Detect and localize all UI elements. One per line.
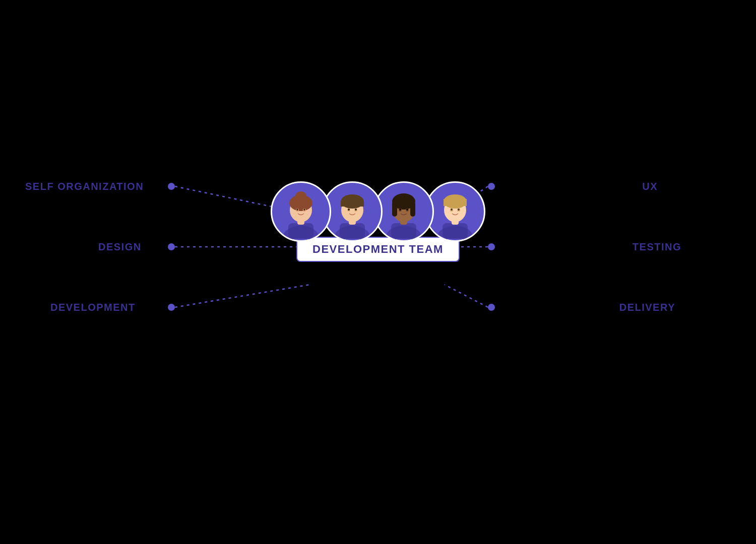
svg-point-6 [168, 183, 175, 190]
svg-point-22 [303, 209, 305, 211]
svg-point-11 [488, 304, 495, 311]
avatar-4 [425, 181, 485, 242]
svg-point-8 [168, 304, 175, 311]
svg-point-44 [399, 209, 401, 211]
svg-point-9 [488, 183, 495, 190]
development-team-label: DEVELOPMENT TEAM [296, 237, 460, 262]
svg-rect-36 [391, 223, 416, 238]
svg-point-56 [458, 209, 460, 211]
main-canvas: .dotted-line { stroke: #5b52c7; stroke-w… [0, 0, 756, 544]
svg-rect-14 [288, 223, 313, 238]
label-self-organization: SELF ORGANIZATION [25, 181, 144, 192]
svg-rect-29 [341, 201, 364, 207]
avatar-2 [322, 181, 383, 242]
avatars-row [271, 181, 485, 242]
svg-line-5 [445, 285, 488, 307]
label-design: DESIGN [98, 241, 142, 253]
svg-point-18 [295, 191, 306, 200]
svg-point-45 [406, 209, 408, 211]
svg-point-7 [168, 243, 175, 250]
diagram-svg: .dotted-line { stroke: #5b52c7; stroke-w… [0, 0, 756, 544]
svg-point-55 [451, 209, 453, 211]
label-development: DEVELOPMENT [50, 302, 136, 313]
svg-point-33 [355, 209, 357, 211]
svg-rect-40 [392, 201, 397, 217]
avatar-3 [373, 181, 434, 242]
svg-rect-41 [410, 201, 415, 217]
svg-rect-48 [443, 223, 468, 238]
label-delivery: DELIVERY [619, 302, 675, 313]
svg-line-2 [175, 285, 310, 307]
svg-rect-25 [340, 223, 365, 238]
svg-point-10 [488, 243, 495, 250]
center-group: DEVELOPMENT TEAM [271, 181, 485, 262]
avatar-1 [271, 181, 331, 242]
svg-point-21 [296, 209, 298, 211]
svg-rect-52 [444, 199, 467, 206]
label-ux: UX [642, 181, 658, 192]
svg-point-32 [348, 209, 350, 211]
label-testing: TESTING [633, 241, 681, 253]
